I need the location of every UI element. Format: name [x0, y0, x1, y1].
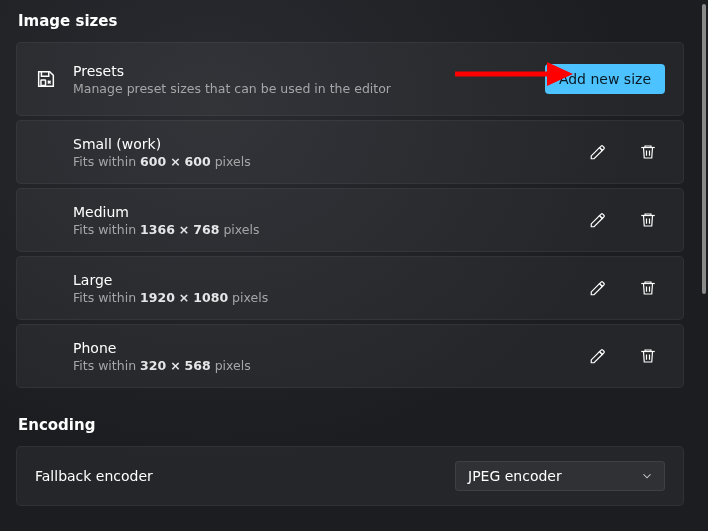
chevron-down-icon	[632, 469, 654, 483]
fits-prefix: Fits within	[73, 222, 136, 237]
preset-row: PhoneFits within 320 × 568 pixels	[16, 324, 684, 388]
size-separator: ×	[170, 358, 180, 373]
size-separator: ×	[179, 290, 189, 305]
trash-icon	[639, 347, 657, 365]
preset-width: 320	[140, 358, 166, 373]
delete-button[interactable]	[631, 271, 665, 305]
fits-suffix: pixels	[232, 290, 268, 305]
trash-icon	[639, 211, 657, 229]
preset-width: 600	[140, 154, 166, 169]
trash-icon	[639, 143, 657, 161]
edit-button[interactable]	[581, 271, 615, 305]
pencil-icon	[589, 279, 607, 297]
add-new-size-button[interactable]: Add new size	[545, 64, 665, 94]
preset-row: MediumFits within 1366 × 768 pixels	[16, 188, 684, 252]
size-separator: ×	[170, 154, 180, 169]
presets-title: Presets	[73, 63, 545, 79]
delete-button[interactable]	[631, 339, 665, 373]
fallback-encoder-label: Fallback encoder	[35, 468, 455, 484]
preset-name: Phone	[73, 340, 581, 356]
section-title-encoding: Encoding	[18, 416, 684, 434]
preset-height: 768	[193, 222, 219, 237]
preset-name: Small (work)	[73, 136, 581, 152]
pencil-icon	[589, 143, 607, 161]
preset-dimensions: Fits within 320 × 568 pixels	[73, 358, 581, 373]
presets-header-card: Presets Manage preset sizes that can be …	[16, 42, 684, 116]
preset-dimensions: Fits within 1366 × 768 pixels	[73, 222, 581, 237]
presets-save-icon	[35, 68, 57, 90]
scrollbar-thumb[interactable]	[702, 4, 706, 294]
fallback-encoder-value: JPEG encoder	[468, 468, 562, 484]
delete-button[interactable]	[631, 135, 665, 169]
fits-suffix: pixels	[223, 222, 259, 237]
preset-height: 1080	[193, 290, 228, 305]
fallback-encoder-row: Fallback encoder JPEG encoder	[16, 446, 684, 506]
pencil-icon	[589, 211, 607, 229]
preset-row: Small (work)Fits within 600 × 600 pixels	[16, 120, 684, 184]
edit-button[interactable]	[581, 203, 615, 237]
preset-width: 1366	[140, 222, 175, 237]
fallback-encoder-select[interactable]: JPEG encoder	[455, 461, 665, 491]
preset-height: 600	[185, 154, 211, 169]
section-title-image-sizes: Image sizes	[18, 12, 684, 30]
delete-button[interactable]	[631, 203, 665, 237]
preset-name: Large	[73, 272, 581, 288]
preset-width: 1920	[140, 290, 175, 305]
preset-dimensions: Fits within 600 × 600 pixels	[73, 154, 581, 169]
trash-icon	[639, 279, 657, 297]
fits-suffix: pixels	[215, 154, 251, 169]
svg-rect-0	[41, 80, 46, 86]
presets-subtitle: Manage preset sizes that can be used in …	[73, 81, 545, 96]
fits-suffix: pixels	[215, 358, 251, 373]
preset-name: Medium	[73, 204, 581, 220]
edit-button[interactable]	[581, 339, 615, 373]
size-separator: ×	[179, 222, 189, 237]
edit-button[interactable]	[581, 135, 615, 169]
pencil-icon	[589, 347, 607, 365]
fits-prefix: Fits within	[73, 290, 136, 305]
preset-dimensions: Fits within 1920 × 1080 pixels	[73, 290, 581, 305]
preset-height: 568	[185, 358, 211, 373]
fits-prefix: Fits within	[73, 358, 136, 373]
fits-prefix: Fits within	[73, 154, 136, 169]
preset-row: LargeFits within 1920 × 1080 pixels	[16, 256, 684, 320]
